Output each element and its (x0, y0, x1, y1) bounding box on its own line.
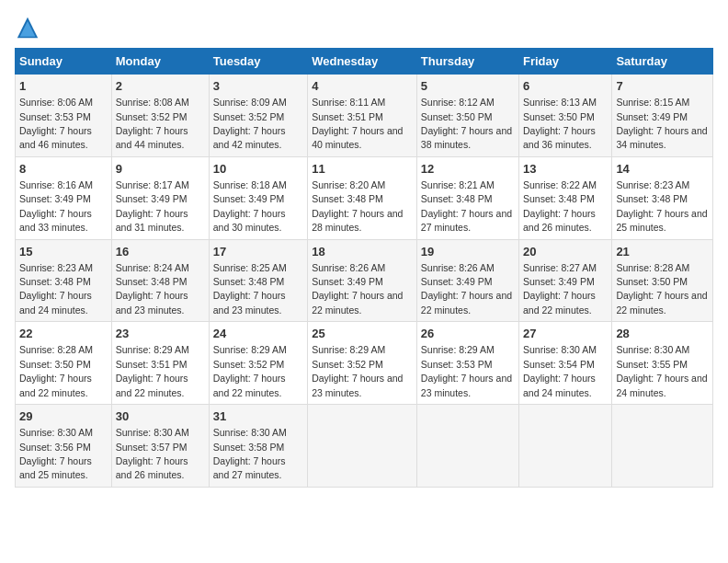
sunset-text: Sunset: 3:49 PM (312, 276, 383, 287)
weekday-header-monday: Monday (111, 49, 209, 75)
daylight-text: Daylight: 7 hours and 25 minutes. (19, 455, 92, 480)
sunset-text: Sunset: 3:53 PM (421, 359, 493, 370)
sunset-text: Sunset: 3:48 PM (312, 193, 383, 204)
calendar-cell: 5 Sunrise: 8:12 AM Sunset: 3:50 PM Dayli… (416, 75, 518, 157)
day-number: 19 (421, 244, 515, 260)
sunrise-text: Sunrise: 8:12 AM (421, 97, 495, 108)
logo-icon (15, 15, 40, 40)
sunset-text: Sunset: 3:57 PM (116, 442, 188, 453)
calendar-week-row: 1 Sunrise: 8:06 AM Sunset: 3:53 PM Dayli… (16, 75, 713, 157)
daylight-text: Daylight: 7 hours and 38 minutes. (421, 125, 512, 150)
sunrise-text: Sunrise: 8:30 AM (213, 427, 287, 438)
calendar-cell: 4 Sunrise: 8:11 AM Sunset: 3:51 PM Dayli… (308, 75, 417, 157)
calendar-cell: 20 Sunrise: 8:27 AM Sunset: 3:49 PM Dayl… (519, 239, 612, 322)
daylight-text: Daylight: 7 hours and 23 minutes. (116, 290, 188, 315)
sunrise-text: Sunrise: 8:24 AM (116, 262, 189, 273)
calendar-cell: 17 Sunrise: 8:25 AM Sunset: 3:48 PM Dayl… (209, 239, 307, 322)
calendar-cell: 15 Sunrise: 8:23 AM Sunset: 3:48 PM Dayl… (16, 239, 112, 322)
sunset-text: Sunset: 3:48 PM (421, 193, 493, 204)
day-number: 8 (19, 161, 108, 178)
daylight-text: Daylight: 7 hours and 33 minutes. (19, 208, 92, 233)
sunrise-text: Sunrise: 8:18 AM (213, 179, 287, 190)
calendar-cell: 8 Sunrise: 8:16 AM Sunset: 3:49 PM Dayli… (16, 156, 112, 239)
sunrise-text: Sunrise: 8:11 AM (312, 97, 385, 108)
sunset-text: Sunset: 3:52 PM (312, 359, 383, 370)
day-number: 22 (19, 326, 108, 342)
daylight-text: Daylight: 7 hours and 22 minutes. (312, 290, 403, 315)
sunrise-text: Sunrise: 8:06 AM (19, 97, 93, 108)
sunrise-text: Sunrise: 8:23 AM (19, 262, 93, 273)
sunrise-text: Sunrise: 8:29 AM (116, 344, 189, 355)
sunrise-text: Sunrise: 8:29 AM (213, 344, 287, 355)
weekday-header-tuesday: Tuesday (209, 49, 307, 75)
calendar-cell (308, 405, 417, 488)
sunrise-text: Sunrise: 8:30 AM (616, 344, 689, 355)
sunset-text: Sunset: 3:50 PM (421, 111, 493, 122)
daylight-text: Daylight: 7 hours and 22 minutes. (616, 290, 707, 315)
sunrise-text: Sunrise: 8:20 AM (312, 179, 385, 190)
calendar-week-row: 15 Sunrise: 8:23 AM Sunset: 3:48 PM Dayl… (16, 239, 713, 322)
day-number: 23 (116, 326, 205, 342)
weekday-header-friday: Friday (519, 49, 612, 75)
daylight-text: Daylight: 7 hours and 23 minutes. (213, 290, 286, 315)
day-number: 29 (19, 408, 108, 425)
sunset-text: Sunset: 3:52 PM (213, 111, 285, 122)
day-number: 31 (213, 408, 303, 425)
calendar-cell: 24 Sunrise: 8:29 AM Sunset: 3:52 PM Dayl… (209, 322, 307, 405)
calendar-cell: 6 Sunrise: 8:13 AM Sunset: 3:50 PM Dayli… (519, 75, 612, 157)
day-number: 24 (213, 326, 303, 342)
calendar-cell: 21 Sunrise: 8:28 AM Sunset: 3:50 PM Dayl… (612, 239, 713, 322)
daylight-text: Daylight: 7 hours and 26 minutes. (116, 455, 188, 480)
daylight-text: Daylight: 7 hours and 22 minutes. (421, 290, 512, 315)
sunrise-text: Sunrise: 8:28 AM (616, 262, 689, 273)
daylight-text: Daylight: 7 hours and 27 minutes. (421, 208, 512, 233)
daylight-text: Daylight: 7 hours and 42 minutes. (213, 125, 286, 150)
weekday-header-wednesday: Wednesday (308, 49, 417, 75)
day-number: 27 (523, 326, 608, 342)
sunset-text: Sunset: 3:56 PM (19, 442, 91, 453)
calendar-week-row: 8 Sunrise: 8:16 AM Sunset: 3:49 PM Dayli… (16, 156, 713, 239)
calendar-cell: 26 Sunrise: 8:29 AM Sunset: 3:53 PM Dayl… (416, 322, 518, 405)
sunset-text: Sunset: 3:52 PM (116, 111, 188, 122)
day-number: 2 (116, 78, 205, 95)
calendar-cell: 11 Sunrise: 8:20 AM Sunset: 3:48 PM Dayl… (308, 156, 417, 239)
daylight-text: Daylight: 7 hours and 22 minutes. (19, 373, 92, 397)
day-number: 28 (616, 326, 709, 342)
day-number: 12 (421, 161, 515, 178)
daylight-text: Daylight: 7 hours and 27 minutes. (213, 455, 286, 480)
sunset-text: Sunset: 3:53 PM (19, 111, 91, 122)
sunrise-text: Sunrise: 8:22 AM (523, 179, 597, 190)
sunset-text: Sunset: 3:49 PM (421, 276, 493, 287)
day-number: 5 (421, 78, 515, 95)
calendar-cell: 3 Sunrise: 8:09 AM Sunset: 3:52 PM Dayli… (209, 75, 307, 157)
day-number: 6 (523, 78, 608, 95)
sunset-text: Sunset: 3:50 PM (523, 111, 595, 122)
sunrise-text: Sunrise: 8:26 AM (312, 262, 385, 273)
sunrise-text: Sunrise: 8:26 AM (421, 262, 495, 273)
sunrise-text: Sunrise: 8:16 AM (19, 179, 93, 190)
calendar-cell: 16 Sunrise: 8:24 AM Sunset: 3:48 PM Dayl… (111, 239, 209, 322)
calendar-cell: 14 Sunrise: 8:23 AM Sunset: 3:48 PM Dayl… (612, 156, 713, 239)
daylight-text: Daylight: 7 hours and 23 minutes. (312, 373, 403, 397)
sunrise-text: Sunrise: 8:09 AM (213, 97, 287, 108)
sunset-text: Sunset: 3:51 PM (312, 111, 383, 122)
day-number: 13 (523, 161, 608, 178)
daylight-text: Daylight: 7 hours and 30 minutes. (213, 208, 286, 233)
daylight-text: Daylight: 7 hours and 26 minutes. (523, 208, 596, 233)
daylight-text: Daylight: 7 hours and 34 minutes. (616, 125, 707, 150)
daylight-text: Daylight: 7 hours and 22 minutes. (523, 290, 596, 315)
calendar-cell: 31 Sunrise: 8:30 AM Sunset: 3:58 PM Dayl… (209, 405, 307, 488)
calendar-cell: 23 Sunrise: 8:29 AM Sunset: 3:51 PM Dayl… (111, 322, 209, 405)
sunset-text: Sunset: 3:50 PM (616, 276, 688, 287)
day-number: 26 (421, 326, 515, 342)
daylight-text: Daylight: 7 hours and 24 minutes. (616, 373, 707, 397)
daylight-text: Daylight: 7 hours and 25 minutes. (616, 208, 707, 233)
calendar-cell (612, 405, 713, 488)
daylight-text: Daylight: 7 hours and 46 minutes. (19, 125, 92, 150)
calendar-cell: 18 Sunrise: 8:26 AM Sunset: 3:49 PM Dayl… (308, 239, 417, 322)
sunrise-text: Sunrise: 8:08 AM (116, 97, 189, 108)
day-number: 20 (523, 244, 608, 260)
day-number: 25 (312, 326, 413, 342)
sunset-text: Sunset: 3:55 PM (616, 359, 688, 370)
calendar-cell: 9 Sunrise: 8:17 AM Sunset: 3:49 PM Dayli… (111, 156, 209, 239)
